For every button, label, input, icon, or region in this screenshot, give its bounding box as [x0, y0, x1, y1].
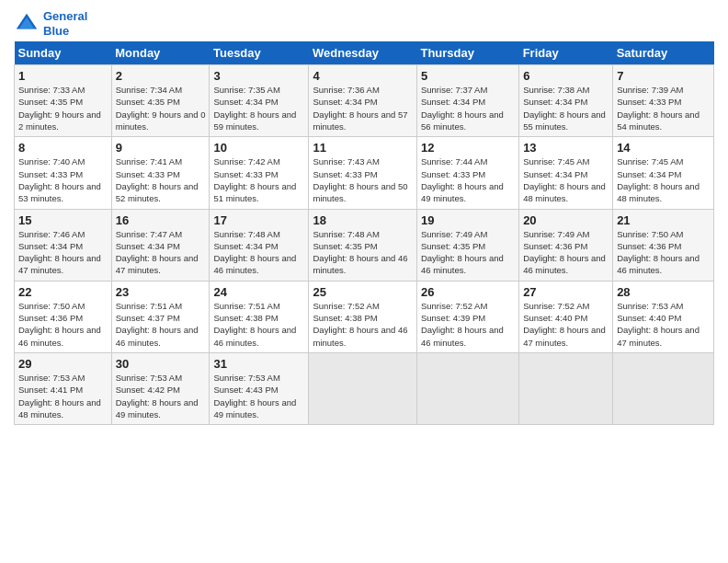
- calendar-day-cell: 21Sunrise: 7:50 AMSunset: 4:36 PMDayligh…: [613, 209, 714, 281]
- calendar-day-cell: [519, 352, 613, 424]
- calendar-day-cell: 30Sunrise: 7:53 AMSunset: 4:42 PMDayligh…: [111, 352, 210, 424]
- logo: General Blue: [14, 9, 87, 38]
- calendar-day-cell: 13Sunrise: 7:45 AMSunset: 4:34 PMDayligh…: [519, 137, 613, 209]
- calendar-day-cell: 29Sunrise: 7:53 AMSunset: 4:41 PMDayligh…: [15, 352, 112, 424]
- calendar-day-cell: 2Sunrise: 7:34 AMSunset: 4:35 PMDaylight…: [111, 65, 210, 137]
- calendar-day-cell: [416, 352, 518, 424]
- logo-icon: [14, 11, 40, 37]
- calendar-week-row: 22Sunrise: 7:50 AMSunset: 4:36 PMDayligh…: [15, 281, 714, 352]
- calendar-day-cell: 10Sunrise: 7:42 AMSunset: 4:33 PMDayligh…: [210, 137, 309, 209]
- calendar-day-cell: 19Sunrise: 7:49 AMSunset: 4:35 PMDayligh…: [416, 209, 518, 281]
- calendar-header-cell: Saturday: [613, 41, 714, 65]
- header: General Blue: [14, 9, 714, 38]
- calendar-week-row: 8Sunrise: 7:40 AMSunset: 4:33 PMDaylight…: [15, 137, 714, 209]
- calendar-day-cell: 16Sunrise: 7:47 AMSunset: 4:34 PMDayligh…: [111, 209, 210, 281]
- calendar-day-cell: 9Sunrise: 7:41 AMSunset: 4:33 PMDaylight…: [111, 137, 210, 209]
- calendar-day-cell: 3Sunrise: 7:35 AMSunset: 4:34 PMDaylight…: [210, 65, 309, 137]
- logo-text: General Blue: [43, 9, 87, 38]
- calendar-day-cell: 7Sunrise: 7:39 AMSunset: 4:33 PMDaylight…: [613, 65, 714, 137]
- calendar-day-cell: 18Sunrise: 7:48 AMSunset: 4:35 PMDayligh…: [309, 209, 416, 281]
- calendar-day-cell: 14Sunrise: 7:45 AMSunset: 4:34 PMDayligh…: [613, 137, 714, 209]
- calendar-day-cell: 4Sunrise: 7:36 AMSunset: 4:34 PMDaylight…: [309, 65, 416, 137]
- calendar-day-cell: 17Sunrise: 7:48 AMSunset: 4:34 PMDayligh…: [210, 209, 309, 281]
- calendar-day-cell: 11Sunrise: 7:43 AMSunset: 4:33 PMDayligh…: [309, 137, 416, 209]
- calendar-header-cell: Friday: [519, 41, 613, 65]
- calendar-header-cell: Thursday: [416, 41, 518, 65]
- main-container: General Blue SundayMondayTuesdayWednesda…: [0, 0, 728, 434]
- calendar-table: SundayMondayTuesdayWednesdayThursdayFrid…: [14, 41, 714, 425]
- calendar-day-cell: 12Sunrise: 7:44 AMSunset: 4:33 PMDayligh…: [416, 137, 518, 209]
- calendar-body: 1Sunrise: 7:33 AMSunset: 4:35 PMDaylight…: [15, 65, 714, 425]
- calendar-week-row: 29Sunrise: 7:53 AMSunset: 4:41 PMDayligh…: [15, 352, 714, 424]
- calendar-day-cell: [613, 352, 714, 424]
- calendar-day-cell: 20Sunrise: 7:49 AMSunset: 4:36 PMDayligh…: [519, 209, 613, 281]
- calendar-header-cell: Wednesday: [309, 41, 416, 65]
- calendar-week-row: 1Sunrise: 7:33 AMSunset: 4:35 PMDaylight…: [15, 65, 714, 137]
- calendar-header-cell: Monday: [111, 41, 210, 65]
- calendar-day-cell: 28Sunrise: 7:53 AMSunset: 4:40 PMDayligh…: [613, 281, 714, 352]
- calendar-header-cell: Sunday: [15, 41, 112, 65]
- calendar-day-cell: 25Sunrise: 7:52 AMSunset: 4:38 PMDayligh…: [309, 281, 416, 352]
- calendar-week-row: 15Sunrise: 7:46 AMSunset: 4:34 PMDayligh…: [15, 209, 714, 281]
- calendar-day-cell: 22Sunrise: 7:50 AMSunset: 4:36 PMDayligh…: [15, 281, 112, 352]
- calendar-day-cell: 26Sunrise: 7:52 AMSunset: 4:39 PMDayligh…: [416, 281, 518, 352]
- calendar-day-cell: 8Sunrise: 7:40 AMSunset: 4:33 PMDaylight…: [15, 137, 112, 209]
- calendar-day-cell: 6Sunrise: 7:38 AMSunset: 4:34 PMDaylight…: [519, 65, 613, 137]
- calendar-header: SundayMondayTuesdayWednesdayThursdayFrid…: [15, 41, 714, 65]
- calendar-day-cell: 24Sunrise: 7:51 AMSunset: 4:38 PMDayligh…: [210, 281, 309, 352]
- calendar-header-cell: Tuesday: [210, 41, 309, 65]
- calendar-day-cell: [309, 352, 416, 424]
- calendar-day-cell: 31Sunrise: 7:53 AMSunset: 4:43 PMDayligh…: [210, 352, 309, 424]
- calendar-day-cell: 27Sunrise: 7:52 AMSunset: 4:40 PMDayligh…: [519, 281, 613, 352]
- calendar-day-cell: 5Sunrise: 7:37 AMSunset: 4:34 PMDaylight…: [416, 65, 518, 137]
- calendar-day-cell: 23Sunrise: 7:51 AMSunset: 4:37 PMDayligh…: [111, 281, 210, 352]
- calendar-day-cell: 1Sunrise: 7:33 AMSunset: 4:35 PMDaylight…: [15, 65, 112, 137]
- calendar-day-cell: 15Sunrise: 7:46 AMSunset: 4:34 PMDayligh…: [15, 209, 112, 281]
